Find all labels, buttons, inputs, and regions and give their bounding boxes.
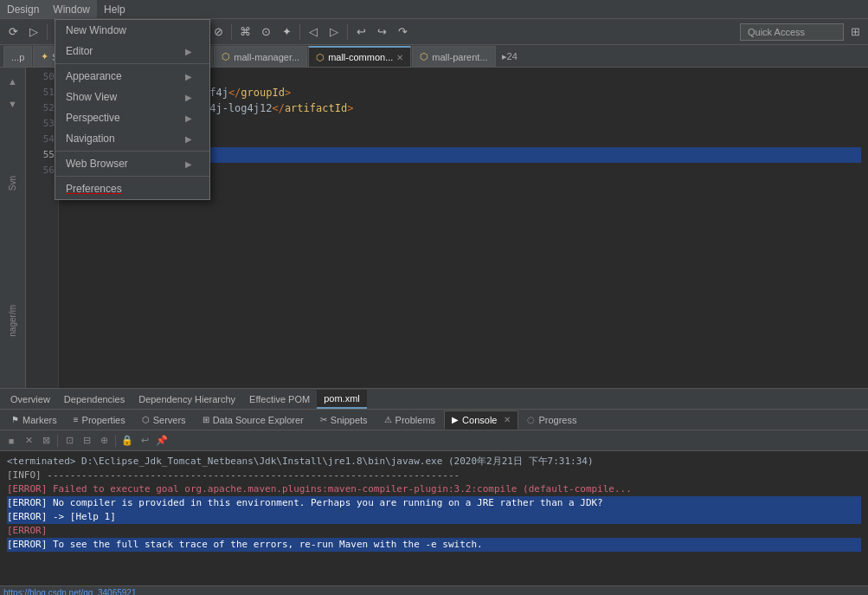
- tab-overview[interactable]: Overview: [3, 390, 57, 409]
- tab-5-close[interactable]: ✕: [396, 53, 403, 62]
- menu-window[interactable]: Window: [46, 0, 97, 18]
- dropdown-sep-2: [55, 151, 209, 152]
- dropdown-new-window-label: New Window: [66, 24, 126, 36]
- snippets-label: Snippets: [331, 415, 368, 425]
- console-error-line-1: [ERROR] Failed to execute goal org.apach…: [7, 482, 861, 496]
- dropdown-new-window[interactable]: New Window: [55, 20, 209, 41]
- toolbar-btn-1[interactable]: ⟳: [3, 23, 23, 42]
- dropdown-show-view-label: Show View: [66, 91, 117, 103]
- tab-progress[interactable]: ◌ Progress: [519, 411, 584, 430]
- toolbar-btn-13[interactable]: ✦: [277, 23, 296, 42]
- toolbar-sep-5: [299, 24, 300, 40]
- tab-dep-hierarchy[interactable]: Dependency Hierarchy: [132, 390, 242, 409]
- tab-data-source[interactable]: ⊞ Data Source Explorer: [195, 411, 312, 430]
- tab-5-label: mall-common...: [328, 52, 393, 62]
- tab-6-icon: ⬡: [420, 51, 428, 62]
- console-area[interactable]: <terminated> D:\Eclipse_Jdk_Tomcat_Netbe…: [0, 451, 868, 585]
- toolbar-btn-11[interactable]: ⌘: [235, 23, 254, 42]
- line-num-50: 50: [43, 69, 55, 85]
- toolbar-btn-14[interactable]: ◁: [304, 23, 323, 42]
- tab-effective-pom[interactable]: Effective POM: [242, 390, 317, 409]
- console-pin-btn[interactable]: 📌: [154, 433, 170, 449]
- tab-properties[interactable]: ≡ Properties: [66, 411, 133, 430]
- bottom-panel: ⚑ Markers ≡ Properties ⬡ Servers ⊞ Data …: [0, 409, 868, 595]
- dropdown-navigation-arrow: ▶: [185, 134, 192, 144]
- problems-icon: ⚠: [384, 415, 392, 424]
- line-num-52: 52: [43, 100, 55, 116]
- dropdown-appearance-label: Appearance: [66, 70, 122, 82]
- console-error-line-4: [ERROR]: [7, 524, 861, 538]
- toolbar-btn-2[interactable]: ▷: [24, 23, 43, 42]
- toolbar-sep-4: [231, 24, 232, 40]
- manager-label: nager/m: [8, 305, 17, 337]
- window-dropdown-menu: New Window Editor ▶ Appearance ▶ Show Vi…: [55, 19, 210, 200]
- tab-servers[interactable]: ⬡ Servers: [134, 411, 194, 430]
- console-label: Console: [462, 415, 497, 425]
- console-remove-btn[interactable]: ✕: [21, 433, 36, 449]
- servers-icon: ⬡: [142, 415, 150, 424]
- dropdown-show-view[interactable]: Show View ▶: [55, 87, 209, 107]
- console-info-line: [INFO] ---------------------------------…: [7, 469, 861, 482]
- tab-snippets[interactable]: ✂ Snippets: [312, 411, 376, 430]
- tab-1-label: ...p: [11, 52, 24, 62]
- dropdown-navigation[interactable]: Navigation ▶: [55, 128, 209, 149]
- quick-access-input[interactable]: Quick Access: [740, 23, 844, 41]
- dropdown-appearance[interactable]: Appearance ▶: [55, 66, 209, 87]
- console-wrap-btn[interactable]: ↩: [137, 433, 152, 449]
- console-terminated-line: <terminated> D:\Eclipse_Jdk_Tomcat_Netbe…: [7, 455, 861, 469]
- menu-help[interactable]: Help: [97, 0, 132, 18]
- tab-problems[interactable]: ⚠ Problems: [376, 411, 443, 430]
- line-num-55: 55: [43, 147, 55, 163]
- dropdown-perspective[interactable]: Perspective ▶: [55, 107, 209, 128]
- dropdown-editor-label: Editor: [66, 45, 93, 57]
- tab-6[interactable]: ⬡ mall-parent...: [412, 46, 495, 67]
- sidebar-expand-btn[interactable]: ▼: [3, 94, 23, 114]
- toolbar-btn-15[interactable]: ▷: [325, 23, 344, 42]
- dropdown-sep-3: [55, 176, 209, 177]
- console-stop-btn[interactable]: ■: [3, 433, 19, 449]
- dropdown-editor-arrow: ▶: [185, 47, 192, 56]
- console-clear-btn[interactable]: ⊠: [38, 433, 54, 449]
- console-scroll-lock-btn[interactable]: 🔒: [119, 433, 135, 449]
- dropdown-web-browser[interactable]: Web Browser ▶: [55, 153, 209, 174]
- left-sidebar: ▲ ▼ Svn nager/m: [0, 68, 26, 388]
- tab-console[interactable]: ▶ Console ✕: [444, 411, 518, 430]
- markers-icon: ⚑: [11, 415, 19, 424]
- properties-label: Properties: [82, 415, 125, 425]
- tab-4[interactable]: ⬡ mall-manager...: [214, 46, 307, 67]
- tab-1[interactable]: ...p: [3, 46, 32, 67]
- console-close[interactable]: ✕: [504, 415, 511, 424]
- toolbar-btn-19[interactable]: ⊞: [845, 23, 865, 42]
- dropdown-appearance-arrow: ▶: [185, 72, 192, 81]
- console-btn-1[interactable]: ⊡: [61, 433, 77, 449]
- console-bottom-bar: https://blog.csdn.net/qq_34065921: [0, 585, 868, 595]
- csdn-link[interactable]: https://blog.csdn.net/qq_34065921: [3, 588, 136, 595]
- console-btn-3[interactable]: ⊕: [96, 433, 112, 449]
- tab-markers[interactable]: ⚑ Markers: [3, 411, 65, 430]
- console-sep-2: [115, 435, 116, 447]
- console-btn-2[interactable]: ⊟: [79, 433, 94, 449]
- svn-label: Svn: [8, 172, 17, 194]
- dropdown-web-browser-arrow: ▶: [185, 159, 192, 169]
- toolbar-btn-17[interactable]: ↪: [372, 23, 391, 42]
- sidebar-collapse-btn[interactable]: ▲: [3, 71, 23, 92]
- toolbar-btn-12[interactable]: ⊙: [256, 23, 275, 42]
- tab-overflow[interactable]: ▸24: [497, 46, 523, 67]
- tab-4-label: mall-manager...: [234, 52, 299, 62]
- tab-pom-xml[interactable]: pom.xml: [317, 390, 367, 409]
- toolbar-btn-10[interactable]: ⊘: [209, 23, 228, 42]
- dropdown-preferences[interactable]: Preferences: [55, 178, 209, 199]
- tab-5-icon: ⬡: [316, 52, 325, 63]
- dropdown-editor[interactable]: Editor ▶: [55, 41, 209, 61]
- progress-label: Progress: [538, 415, 576, 425]
- tab-dependencies[interactable]: Dependencies: [57, 390, 132, 409]
- line-num-53: 53: [43, 116, 55, 132]
- dropdown-perspective-label: Perspective: [66, 112, 120, 124]
- console-error-line-3: [ERROR] -> [Help 1]: [7, 510, 861, 524]
- tab-5[interactable]: ⬡ mall-common... ✕: [308, 46, 411, 67]
- menu-design[interactable]: Design: [0, 0, 46, 18]
- dropdown-show-view-arrow: ▶: [185, 93, 192, 102]
- toolbar-btn-16[interactable]: ↩: [351, 23, 370, 42]
- editor-bottom-tabs: Overview Dependencies Dependency Hierarc…: [0, 388, 868, 409]
- toolbar-btn-18[interactable]: ↷: [393, 23, 412, 42]
